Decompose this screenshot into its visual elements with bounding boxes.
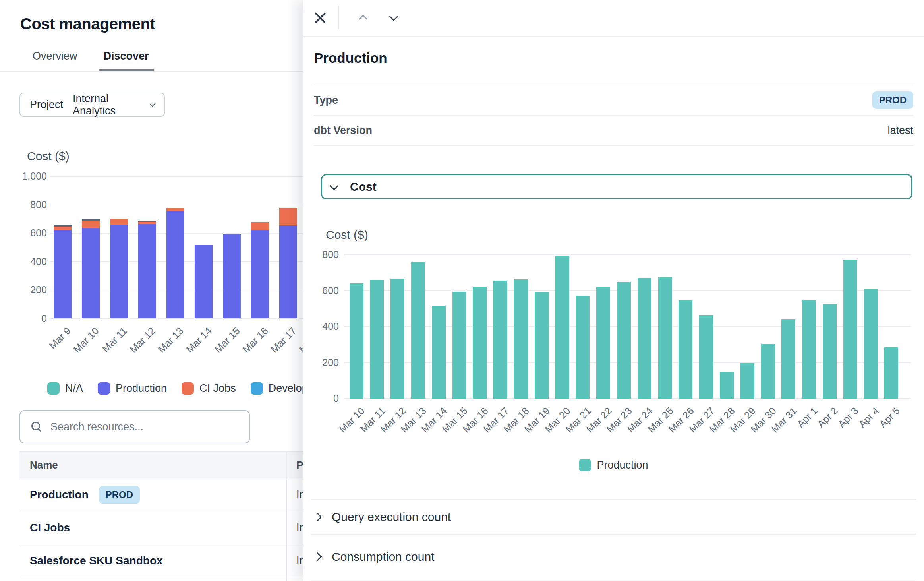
legend-swatch-production [579, 459, 591, 471]
bar-mar-12[interactable] [138, 222, 156, 224]
bar-apr-5[interactable] [884, 347, 898, 399]
legend-label: Production [597, 459, 648, 471]
legend-label: N/A [65, 382, 83, 395]
bar-mar-17[interactable] [279, 225, 297, 318]
section-label: Query execution count [332, 510, 451, 524]
y-axis-tick: 0 [3, 313, 47, 324]
bar-mar-21[interactable] [576, 296, 590, 399]
bar-mar-15[interactable] [452, 292, 466, 399]
chevron-right-icon [313, 512, 322, 521]
legend-swatch-production [98, 382, 110, 395]
y-axis-tick: 600 [295, 285, 339, 296]
bar-mar-13[interactable] [411, 262, 425, 399]
bar-mar-16[interactable] [251, 230, 269, 318]
resource-name: CI Jobs [30, 521, 70, 534]
legend-item-production: Production [98, 382, 167, 395]
bar-mar-20[interactable] [555, 256, 569, 399]
bar-mar-18[interactable] [514, 279, 528, 399]
legend-label: CI Jobs [199, 382, 236, 395]
legend-swatch-ci-jobs [182, 382, 194, 395]
bar-mar-10[interactable] [82, 228, 100, 319]
bar-apr-2[interactable] [823, 304, 837, 399]
table-column-divider [286, 451, 287, 581]
bar-mar-14[interactable] [195, 245, 213, 318]
bar-mar-26[interactable] [679, 300, 692, 399]
bar-mar-10[interactable] [350, 283, 363, 399]
bar-mar-11[interactable] [110, 219, 128, 225]
search-icon [31, 422, 42, 432]
bar-mar-22[interactable] [596, 287, 610, 399]
bar-mar-17[interactable] [279, 208, 297, 225]
gridline [50, 176, 346, 177]
bar-apr-3[interactable] [843, 260, 857, 399]
bar-mar-27[interactable] [699, 315, 713, 399]
bar-mar-28[interactable] [720, 372, 734, 399]
y-axis-tick: 400 [3, 256, 47, 267]
bar-mar-10[interactable] [82, 221, 100, 228]
bar-mar-16[interactable] [473, 287, 487, 399]
legend-swatch-n-a [47, 382, 60, 395]
y-axis-tick: 1,000 [3, 170, 47, 182]
bar-mar-31[interactable] [781, 319, 795, 399]
search-box [19, 410, 250, 443]
bar-mar-12[interactable] [138, 224, 156, 318]
bar-mar-17[interactable] [493, 281, 507, 399]
gridline [50, 205, 346, 205]
bar-mar-11[interactable] [110, 225, 128, 319]
bar-mar-12[interactable] [390, 279, 404, 399]
search-input[interactable] [50, 420, 249, 434]
panel-cost-chart: 0200400600800Mar 10Mar 11Mar 12Mar 13Mar… [303, 0, 924, 453]
bar-mar-9[interactable] [54, 225, 72, 227]
legend-swatch-development [251, 382, 263, 395]
bar-mar-9[interactable] [54, 227, 72, 230]
resource-name: Production [30, 488, 89, 501]
y-axis-tick: 800 [3, 199, 47, 211]
section-consumption-count[interactable]: Consumption count [311, 535, 916, 579]
y-axis-tick: 200 [3, 284, 47, 296]
panel-chart-legend: Production [303, 457, 924, 473]
bar-mar-9[interactable] [54, 230, 72, 319]
bar-apr-1[interactable] [802, 300, 816, 399]
bar-mar-25[interactable] [658, 277, 672, 399]
bar-mar-24[interactable] [638, 278, 651, 399]
section-label: Consumption count [332, 550, 435, 564]
section-query-execution-count[interactable]: Query execution count [311, 499, 916, 535]
bar-mar-14[interactable] [432, 306, 446, 399]
y-axis-tick: 0 [295, 393, 339, 404]
chevron-right-icon [313, 552, 322, 561]
bar-mar-13[interactable] [166, 211, 184, 319]
legend-item-ci-jobs: CI Jobs [182, 382, 236, 395]
bar-mar-30[interactable] [761, 344, 775, 399]
bar-mar-13[interactable] [166, 208, 184, 211]
bar-mar-15[interactable] [223, 234, 241, 319]
legend-item-production: Production [579, 459, 648, 471]
left-chart-legend: N/AProductionCI JobsDevelopment [47, 382, 332, 395]
bar-mar-19[interactable] [535, 292, 549, 399]
y-axis-tick: 600 [3, 227, 47, 239]
gridline [344, 254, 911, 255]
resource-detail-panel: Production TypePRODdbt Versionlatest Cos… [303, 0, 924, 581]
bar-mar-10[interactable] [82, 219, 100, 221]
bar-mar-23[interactable] [617, 282, 631, 399]
prod-badge: PROD [99, 486, 140, 504]
table-header-name: Name [30, 459, 58, 471]
legend-label: Production [116, 382, 167, 395]
bar-mar-29[interactable] [740, 363, 754, 399]
y-axis-tick: 400 [295, 321, 339, 332]
bar-apr-4[interactable] [864, 289, 878, 399]
y-axis-tick: 200 [295, 357, 339, 368]
y-axis-tick: 800 [295, 249, 339, 260]
bar-mar-12[interactable] [138, 221, 156, 222]
resource-name: Salesforce SKU Sandbox [30, 554, 163, 567]
bar-mar-16[interactable] [251, 222, 269, 230]
bar-mar-11[interactable] [370, 280, 384, 399]
legend-item-n-a: N/A [47, 382, 83, 395]
